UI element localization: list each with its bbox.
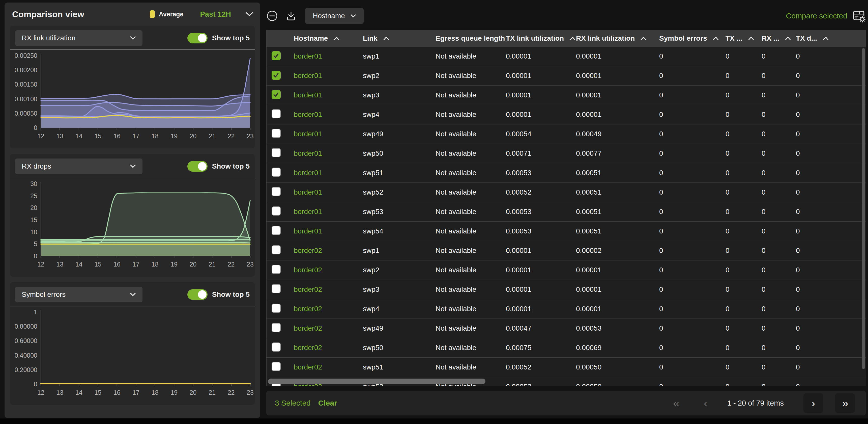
cell-hostname[interactable]: border01 bbox=[294, 208, 363, 216]
cell-rx-truncated: 0 bbox=[762, 285, 796, 293]
cell-hostname[interactable]: border01 bbox=[294, 52, 363, 60]
vertical-scrollbar[interactable] bbox=[862, 48, 865, 383]
sort-asc-icon[interactable] bbox=[640, 36, 647, 40]
column-header-rx_link_utilization[interactable]: RX link utilization bbox=[576, 34, 659, 43]
row-checkbox[interactable] bbox=[272, 168, 281, 177]
horizontal-scrollbar-thumb[interactable] bbox=[268, 378, 486, 384]
cell-hostname[interactable]: border01 bbox=[294, 227, 363, 235]
svg-text:30: 30 bbox=[30, 180, 37, 187]
cell-tx-truncated: 0 bbox=[725, 285, 762, 293]
cell-symbol-errors: 0 bbox=[659, 169, 725, 177]
sort-asc-icon[interactable] bbox=[569, 36, 576, 40]
row-checkbox[interactable] bbox=[272, 362, 281, 371]
panel-collapse-button[interactable] bbox=[245, 11, 254, 17]
clear-selection-button[interactable]: Clear bbox=[318, 399, 337, 407]
next-page-button[interactable]: › bbox=[803, 393, 823, 413]
column-header-rx_truncated[interactable]: RX ... bbox=[762, 34, 796, 43]
column-header-link[interactable]: Link bbox=[363, 34, 435, 43]
cell-hostname[interactable]: border02 bbox=[294, 344, 363, 352]
svg-text:16: 16 bbox=[114, 261, 121, 268]
metric-select[interactable]: RX link utilization bbox=[15, 30, 143, 46]
metric-select[interactable]: Symbol errors bbox=[15, 287, 143, 302]
sort-asc-icon[interactable] bbox=[383, 36, 390, 40]
svg-text:0.20000: 0.20000 bbox=[14, 366, 37, 373]
row-checkbox[interactable] bbox=[272, 323, 281, 332]
row-checkbox[interactable] bbox=[272, 109, 281, 118]
row-checkbox[interactable] bbox=[272, 304, 281, 313]
table-toolbar: Hostname Compare selected bbox=[266, 4, 866, 28]
sort-asc-icon[interactable] bbox=[823, 36, 829, 40]
cell-egress-queue-length: Not available bbox=[435, 149, 506, 158]
cell-hostname[interactable]: border01 bbox=[294, 91, 363, 99]
cell-hostname[interactable]: border01 bbox=[294, 130, 363, 138]
row-checkbox[interactable] bbox=[272, 90, 281, 99]
compare-selected-button[interactable]: Compare selected bbox=[786, 8, 866, 23]
svg-text:14: 14 bbox=[75, 133, 83, 140]
row-checkbox[interactable] bbox=[272, 129, 281, 138]
cell-egress-queue-length: Not available bbox=[435, 324, 506, 332]
group-by-dropdown[interactable]: Hostname bbox=[305, 8, 364, 24]
row-checkbox[interactable] bbox=[272, 71, 281, 80]
cell-hostname[interactable]: border02 bbox=[294, 247, 363, 255]
svg-text:23: 23 bbox=[247, 261, 254, 268]
first-page-button[interactable]: « bbox=[673, 397, 680, 409]
download-button[interactable] bbox=[285, 10, 297, 22]
vertical-scrollbar-thumb[interactable] bbox=[862, 48, 865, 369]
svg-text:21: 21 bbox=[209, 261, 216, 268]
cell-symbol-errors: 0 bbox=[659, 266, 725, 274]
show-top-5-toggle[interactable] bbox=[187, 33, 208, 44]
row-checkbox[interactable] bbox=[272, 226, 281, 235]
svg-text:0: 0 bbox=[34, 124, 37, 131]
cell-hostname[interactable]: border01 bbox=[294, 111, 363, 119]
cell-tx-link-utilization: 0.00001 bbox=[506, 52, 576, 60]
cell-link: swp3 bbox=[363, 285, 435, 293]
cell-rx-link-utilization: 0.00001 bbox=[576, 111, 659, 119]
sort-asc-icon[interactable] bbox=[713, 36, 719, 40]
cell-egress-queue-length: Not available bbox=[435, 188, 506, 196]
cell-hostname[interactable]: border02 bbox=[294, 285, 363, 293]
column-header-tx_truncated[interactable]: TX ... bbox=[725, 34, 762, 43]
previous-page-button[interactable]: ‹ bbox=[704, 397, 708, 409]
row-checkbox[interactable] bbox=[272, 51, 281, 60]
show-top-5-toggle[interactable] bbox=[187, 161, 208, 172]
sort-asc-icon[interactable] bbox=[333, 36, 340, 40]
cell-tx-d-truncated: 0 bbox=[796, 111, 866, 119]
cell-hostname[interactable]: border01 bbox=[294, 188, 363, 196]
collapse-rows-button[interactable] bbox=[266, 10, 278, 22]
sort-asc-icon[interactable] bbox=[785, 36, 791, 40]
column-label: Symbol errors bbox=[659, 34, 707, 43]
last-page-button[interactable]: » bbox=[835, 393, 855, 413]
row-checkbox[interactable] bbox=[272, 187, 281, 196]
time-range-dropdown[interactable]: Past 12H bbox=[200, 10, 231, 19]
cell-hostname[interactable]: border02 bbox=[294, 305, 363, 313]
cell-hostname[interactable]: border01 bbox=[294, 72, 363, 80]
column-header-hostname[interactable]: Hostname bbox=[294, 34, 363, 43]
column-header-tx_link_utilization[interactable]: TX link utilization bbox=[506, 34, 576, 43]
cell-tx-link-utilization: 0.00052 bbox=[506, 363, 576, 371]
comparison-panel: Comparison view Average Past 12H RX link… bbox=[4, 2, 260, 418]
svg-text:21: 21 bbox=[209, 133, 216, 140]
svg-text:19: 19 bbox=[170, 261, 178, 268]
cell-select bbox=[267, 265, 294, 276]
cell-hostname[interactable]: border01 bbox=[294, 169, 363, 177]
cell-hostname[interactable]: border02 bbox=[294, 324, 363, 332]
row-checkbox[interactable] bbox=[272, 284, 281, 293]
column-header-tx_d_truncated[interactable]: TX d... bbox=[796, 34, 866, 43]
row-checkbox[interactable] bbox=[272, 206, 281, 216]
chevron-down-icon bbox=[130, 292, 136, 296]
metric-select[interactable]: RX drops bbox=[15, 159, 143, 174]
cell-hostname[interactable]: border02 bbox=[294, 363, 363, 371]
sort-asc-icon[interactable] bbox=[748, 36, 754, 40]
svg-text:12: 12 bbox=[37, 133, 44, 140]
cell-hostname[interactable]: border01 bbox=[294, 149, 363, 158]
row-checkbox[interactable] bbox=[272, 245, 281, 254]
show-top-5-toggle[interactable] bbox=[187, 289, 208, 300]
row-checkbox[interactable] bbox=[272, 342, 281, 351]
svg-text:0.00150: 0.00150 bbox=[14, 81, 37, 88]
row-checkbox[interactable] bbox=[272, 148, 281, 157]
cell-egress-queue-length: Not available bbox=[435, 72, 506, 80]
row-checkbox[interactable] bbox=[272, 265, 281, 274]
cell-tx-d-truncated: 0 bbox=[796, 324, 866, 332]
column-header-symbol_errors[interactable]: Symbol errors bbox=[659, 34, 725, 43]
cell-hostname[interactable]: border02 bbox=[294, 266, 363, 274]
